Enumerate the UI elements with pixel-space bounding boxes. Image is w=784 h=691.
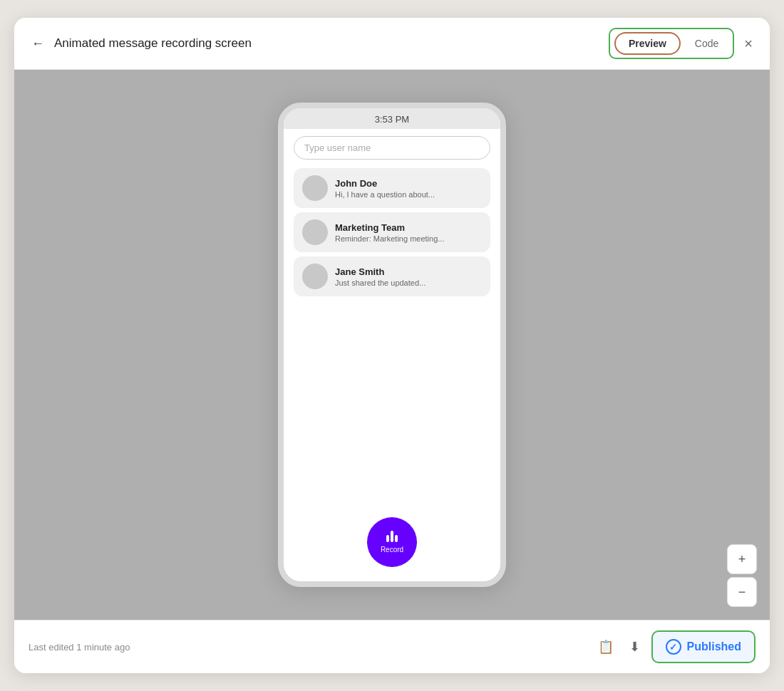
chat-item-2[interactable]: Marketing Team Reminder: Marketing meeti…	[294, 212, 490, 252]
modal-footer: Last edited 1 minute ago 📋 ⬇ ✓ Published	[14, 620, 770, 673]
phone-mockup: 3:53 PM Type user name John Doe Hi, I ha…	[278, 103, 506, 587]
header-tab-group: Preview Code	[609, 28, 734, 59]
chat-name-1: John Doe	[335, 178, 435, 189]
download-icon: ⬇	[629, 640, 640, 654]
published-label: Published	[687, 640, 741, 653]
published-button[interactable]: ✓ Published	[651, 630, 755, 663]
footer-actions: 📋 ⬇ ✓ Published	[594, 630, 755, 663]
chat-preview-2: Reminder: Marketing meeting...	[335, 234, 444, 243]
search-field[interactable]: Type user name	[294, 136, 490, 160]
canvas-area: 3:53 PM Type user name John Doe Hi, I ha…	[14, 70, 770, 620]
modal-container: ← Animated message recording screen Prev…	[14, 18, 770, 673]
chat-preview-3: Just shared the updated...	[335, 279, 425, 287]
avatar-jane	[302, 264, 328, 289]
chat-item-1[interactable]: John Doe Hi, I have a question about...	[294, 168, 490, 208]
tab-preview[interactable]: Preview	[614, 32, 681, 55]
record-area: Record	[284, 506, 500, 581]
tab-code[interactable]: Code	[685, 33, 728, 53]
download-button[interactable]: ⬇	[625, 636, 644, 658]
chat-item-3[interactable]: Jane Smith Just shared the updated...	[294, 256, 490, 296]
zoom-controls: + −	[727, 544, 757, 607]
back-button[interactable]: ←	[29, 33, 47, 54]
clipboard-button[interactable]: 📋	[594, 636, 618, 658]
chat-list: John Doe Hi, I have a question about... …	[284, 165, 500, 506]
clipboard-icon: 📋	[598, 640, 614, 654]
page-title: Animated message recording screen	[54, 36, 609, 51]
record-button[interactable]: Record	[367, 517, 417, 567]
zoom-in-button[interactable]: +	[727, 544, 757, 574]
modal-header: ← Animated message recording screen Prev…	[14, 18, 770, 70]
status-bar-time: 3:53 PM	[284, 108, 500, 129]
chat-name-3: Jane Smith	[335, 266, 425, 277]
avatar-john	[302, 175, 328, 201]
chat-preview-1: Hi, I have a question about...	[335, 190, 435, 199]
avatar-marketing	[302, 219, 328, 245]
published-check-icon: ✓	[666, 639, 681, 655]
last-edited-text: Last edited 1 minute ago	[29, 642, 594, 653]
record-waveform-icon	[386, 531, 398, 542]
close-button[interactable]: ×	[741, 33, 755, 55]
zoom-out-button[interactable]: −	[727, 577, 757, 607]
chat-name-2: Marketing Team	[335, 222, 444, 233]
record-label: Record	[381, 546, 403, 554]
